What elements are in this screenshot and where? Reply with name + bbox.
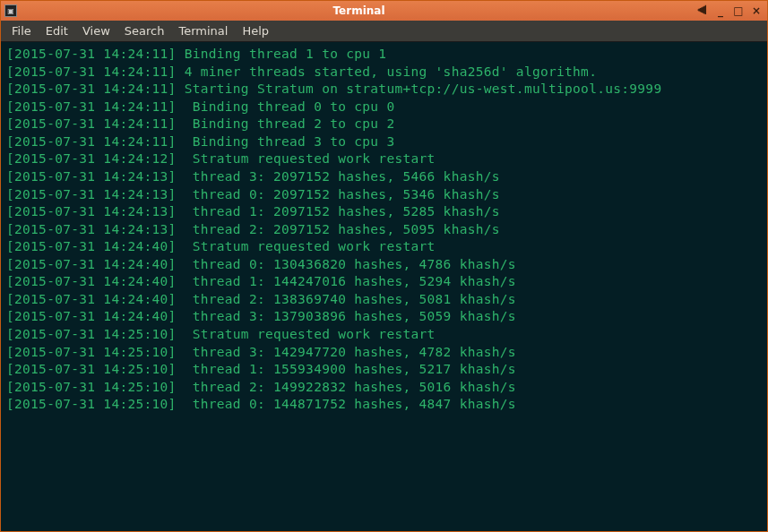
log-timestamp: [2015-07-31 14:24:40] xyxy=(6,239,177,253)
terminal-line: [2015-07-31 14:24:11] Binding thread 1 t… xyxy=(6,46,762,64)
terminal-line: [2015-07-31 14:25:10] thread 0: 14487175… xyxy=(6,396,762,414)
log-message: Starting Stratum on stratum+tcp://us-wes… xyxy=(185,82,662,96)
log-timestamp: [2015-07-31 14:24:11] xyxy=(6,82,177,96)
menu-file[interactable]: File xyxy=(4,21,39,40)
log-timestamp: [2015-07-31 14:25:10] xyxy=(6,345,177,359)
window-title: Terminal xyxy=(22,4,695,17)
terminal-line: [2015-07-31 14:25:10] thread 3: 14294772… xyxy=(6,344,762,362)
log-message: thread 0: 2097152 hashes, 5346 khash/s xyxy=(185,187,500,202)
terminal-line: [2015-07-31 14:24:40] Stratum requested … xyxy=(6,238,762,256)
terminal-line: [2015-07-31 14:24:12] Stratum requested … xyxy=(6,150,762,168)
terminal-line: [2015-07-31 14:24:11] Binding thread 2 t… xyxy=(6,116,762,133)
menu-search[interactable]: Search xyxy=(117,21,172,40)
log-timestamp: [2015-07-31 14:24:40] xyxy=(6,292,177,306)
log-timestamp: [2015-07-31 14:24:11] xyxy=(6,134,177,149)
log-timestamp: [2015-07-31 14:25:10] xyxy=(6,380,177,394)
log-timestamp: [2015-07-31 14:24:11] xyxy=(6,116,177,131)
terminal-icon-glyph: ▣ xyxy=(7,7,14,15)
log-message: thread 3: 142947720 hashes, 4782 khash/s xyxy=(185,345,516,359)
terminal-line: [2015-07-31 14:24:40] thread 1: 14424701… xyxy=(6,273,762,291)
log-timestamp: [2015-07-31 14:24:11] xyxy=(6,64,177,79)
log-timestamp: [2015-07-31 14:24:13] xyxy=(6,204,177,219)
terminal-line: [2015-07-31 14:25:10] thread 2: 14992283… xyxy=(6,379,762,397)
terminal-line: [2015-07-31 14:24:13] thread 2: 2097152 … xyxy=(6,221,762,239)
log-timestamp: [2015-07-31 14:24:12] xyxy=(6,151,177,166)
menu-view[interactable]: View xyxy=(75,21,117,40)
terminal-app-icon: ▣ xyxy=(4,4,17,17)
log-timestamp: [2015-07-31 14:25:10] xyxy=(6,362,177,376)
menubar: File Edit View Search Terminal Help xyxy=(1,21,767,42)
stick-button[interactable]: ⯇ xyxy=(695,4,710,18)
terminal-line: [2015-07-31 14:24:40] thread 2: 13836974… xyxy=(6,291,762,309)
terminal-line: [2015-07-31 14:25:10] thread 1: 15593490… xyxy=(6,361,762,379)
log-message: thread 1: 155934900 hashes, 5217 khash/s xyxy=(185,362,516,376)
log-timestamp: [2015-07-31 14:25:10] xyxy=(6,327,177,341)
close-button[interactable]: × xyxy=(749,4,764,18)
log-message: Stratum requested work restart xyxy=(185,151,436,166)
log-message: Stratum requested work restart xyxy=(185,239,436,253)
log-message: thread 1: 2097152 hashes, 5285 khash/s xyxy=(185,204,500,219)
log-message: thread 3: 2097152 hashes, 5466 khash/s xyxy=(185,169,500,184)
log-timestamp: [2015-07-31 14:25:10] xyxy=(6,397,177,411)
terminal-line: [2015-07-31 14:24:11] Binding thread 0 t… xyxy=(6,99,762,116)
terminal-line: [2015-07-31 14:25:10] Stratum requested … xyxy=(6,326,762,344)
window-controls: ⯇ _ □ × xyxy=(695,4,764,18)
terminal-line: [2015-07-31 14:24:11] Starting Stratum o… xyxy=(6,81,762,99)
log-message: thread 3: 137903896 hashes, 5059 khash/s xyxy=(185,309,516,323)
menu-terminal[interactable]: Terminal xyxy=(171,21,235,40)
terminal-line: [2015-07-31 14:24:13] thread 3: 2097152 … xyxy=(6,168,762,186)
log-message: Binding thread 0 to cpu 0 xyxy=(185,99,395,114)
log-message: thread 0: 130436820 hashes, 4786 khash/s xyxy=(185,257,516,271)
log-message: thread 2: 2097152 hashes, 5095 khash/s xyxy=(185,222,500,236)
terminal-output[interactable]: [2015-07-31 14:24:11] Binding thread 1 t… xyxy=(1,42,767,531)
terminal-line: [2015-07-31 14:24:40] thread 3: 13790389… xyxy=(6,308,762,326)
titlebar[interactable]: ▣ Terminal ⯇ _ □ × xyxy=(1,1,767,21)
log-message: thread 2: 149922832 hashes, 5016 khash/s xyxy=(185,380,516,394)
terminal-line: [2015-07-31 14:24:11] Binding thread 3 t… xyxy=(6,133,762,151)
log-timestamp: [2015-07-31 14:24:40] xyxy=(6,274,177,288)
maximize-button[interactable]: □ xyxy=(731,4,746,18)
log-message: Stratum requested work restart xyxy=(185,327,436,341)
log-message: 4 miner threads started, using 'sha256d'… xyxy=(185,64,598,79)
log-message: thread 0: 144871752 hashes, 4847 khash/s xyxy=(185,397,516,411)
log-timestamp: [2015-07-31 14:24:11] xyxy=(6,99,177,114)
log-timestamp: [2015-07-31 14:24:40] xyxy=(6,309,177,323)
log-message: Binding thread 3 to cpu 3 xyxy=(185,134,395,149)
log-message: Binding thread 2 to cpu 2 xyxy=(185,116,395,131)
log-timestamp: [2015-07-31 14:24:40] xyxy=(6,257,177,271)
log-message: thread 1: 144247016 hashes, 5294 khash/s xyxy=(185,274,516,288)
log-timestamp: [2015-07-31 14:24:11] xyxy=(6,47,177,61)
terminal-line: [2015-07-31 14:24:13] thread 0: 2097152 … xyxy=(6,186,762,204)
menu-help[interactable]: Help xyxy=(235,21,276,40)
terminal-line: [2015-07-31 14:24:13] thread 1: 2097152 … xyxy=(6,203,762,221)
log-timestamp: [2015-07-31 14:24:13] xyxy=(6,187,177,202)
minimize-button[interactable]: _ xyxy=(713,4,728,18)
terminal-line: [2015-07-31 14:24:40] thread 0: 13043682… xyxy=(6,256,762,274)
terminal-line: [2015-07-31 14:24:11] 4 miner threads st… xyxy=(6,64,762,82)
menu-edit[interactable]: Edit xyxy=(39,21,75,40)
log-timestamp: [2015-07-31 14:24:13] xyxy=(6,169,177,184)
terminal-window: ▣ Terminal ⯇ _ □ × File Edit View Search… xyxy=(0,0,768,532)
log-message: thread 2: 138369740 hashes, 5081 khash/s xyxy=(185,292,516,306)
log-timestamp: [2015-07-31 14:24:13] xyxy=(6,222,177,236)
log-message: Binding thread 1 to cpu 1 xyxy=(185,47,387,61)
